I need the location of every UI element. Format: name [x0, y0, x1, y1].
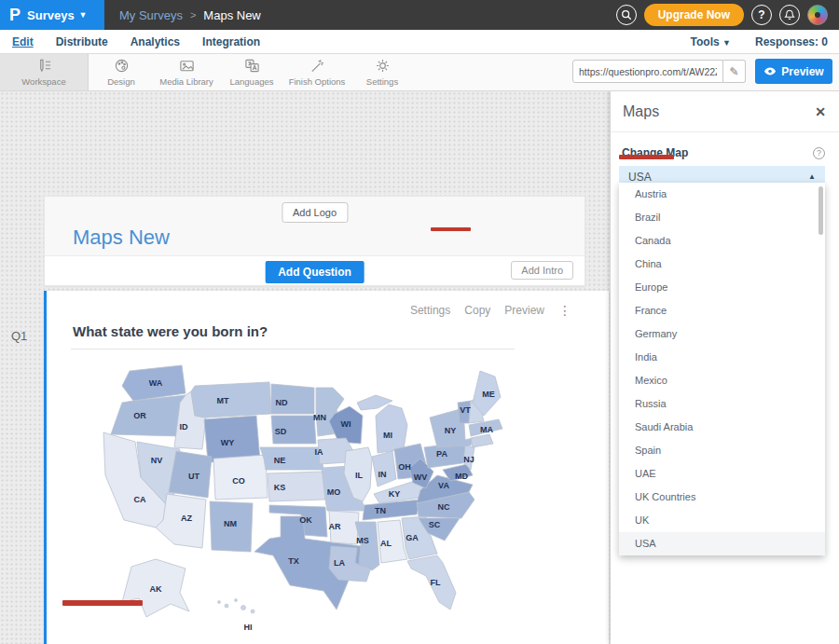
state-label-tn: TN: [375, 506, 386, 515]
question-card: Settings Copy Preview ⋮ What state were …: [44, 291, 609, 644]
add-question-button-top[interactable]: Add Question: [265, 261, 364, 283]
state-label-ny: NY: [445, 426, 457, 435]
maps-settings-panel: Maps ✕ Change Map ? USA ▲ AustriaBrazilC…: [611, 90, 839, 644]
settings-gear-icon: [375, 58, 391, 74]
state-label-md: MD: [455, 472, 468, 481]
map-option[interactable]: UAE: [619, 462, 825, 486]
question-copy-link[interactable]: Copy: [464, 304, 490, 317]
annotation-underline-validation: [62, 600, 143, 606]
question-preview-link[interactable]: Preview: [504, 304, 544, 317]
map-dropdown: AustriaBrazilCanadaChinaEuropeFranceGerm…: [619, 183, 825, 555]
map-option[interactable]: Mexico: [619, 369, 825, 392]
close-icon[interactable]: ✕: [815, 104, 826, 119]
help-circle-icon[interactable]: ?: [813, 147, 825, 159]
notifications-button[interactable]: [779, 5, 800, 25]
add-intro-button[interactable]: Add Intro: [511, 261, 573, 280]
state-hi-island: [241, 606, 246, 610]
responses-count[interactable]: Responses: 0: [755, 35, 828, 48]
map-option[interactable]: Brazil: [619, 206, 825, 229]
map-option[interactable]: UK Countries: [619, 486, 825, 509]
tab-analytics[interactable]: Analytics: [131, 35, 180, 48]
tab-integration[interactable]: Integration: [202, 35, 260, 48]
state-label-fl: FL: [431, 578, 441, 587]
edit-url-button[interactable]: ✎: [723, 60, 746, 83]
map-option[interactable]: Austria: [619, 183, 825, 206]
state-label-ks: KS: [274, 483, 286, 492]
state-in: [372, 451, 396, 486]
state-label-sd: SD: [275, 427, 287, 436]
languages-icon: [244, 58, 260, 74]
state-label-ok: OK: [299, 515, 312, 525]
upgrade-now-button[interactable]: Upgrade Now: [644, 4, 744, 26]
map-option[interactable]: Canada: [619, 229, 825, 253]
state-label-id: ID: [180, 422, 189, 432]
state-label-oh: OH: [398, 462, 411, 472]
divider: [611, 131, 839, 132]
help-button[interactable]: ?: [751, 5, 772, 25]
map-option[interactable]: Germany: [619, 322, 825, 346]
map-option[interactable]: Spain: [619, 439, 825, 462]
avatar[interactable]: [807, 5, 828, 25]
state-label-va: VA: [438, 481, 449, 490]
map-option[interactable]: Saudi Arabia: [619, 416, 825, 439]
tab-edit[interactable]: Edit: [12, 35, 34, 48]
toolbar-design[interactable]: Design: [89, 54, 154, 90]
usa-map-preview: WAORCANVIDMTWYUTCOAZNMNDSDNEKSOKTXMNWIIA…: [96, 362, 516, 641]
map-option[interactable]: UK: [619, 509, 825, 532]
state-label-ut: UT: [188, 472, 199, 481]
state-label-mi: MI: [383, 431, 392, 440]
state-label-wv: WV: [414, 473, 428, 482]
breadcrumb-my-surveys[interactable]: My Surveys: [119, 8, 183, 22]
survey-nav: Edit Distribute Analytics Integration To…: [0, 30, 839, 54]
top-bar: P Surveys ▼ My Surveys > Maps New Upgrad…: [0, 0, 839, 30]
question-title-underline: [71, 349, 515, 349]
map-option[interactable]: Europe: [619, 276, 825, 299]
state-or: [111, 395, 186, 436]
tools-menu[interactable]: Tools ▼: [691, 35, 731, 48]
more-options-icon[interactable]: ⋮: [558, 304, 571, 317]
map-option[interactable]: India: [619, 346, 825, 369]
annotation-underline-change-map: [619, 155, 674, 159]
product-menu[interactable]: P Surveys ▼: [0, 0, 104, 30]
media-library-icon: [179, 58, 195, 74]
state-label-wy: WY: [221, 438, 235, 447]
state-hi-island: [218, 601, 221, 604]
product-name: Surveys: [27, 8, 75, 22]
toolbar-workspace[interactable]: Workspace: [0, 54, 89, 90]
toolbar-settings[interactable]: Settings: [350, 54, 415, 90]
toolbar-languages[interactable]: Languages: [219, 54, 284, 90]
preview-survey-button[interactable]: Preview: [755, 59, 832, 84]
state-label-pa: PA: [436, 449, 447, 459]
toolbar-media-library[interactable]: Media Library: [154, 54, 219, 90]
map-option[interactable]: USA: [619, 532, 825, 555]
survey-title[interactable]: Maps New: [73, 226, 170, 250]
state-label-nv: NV: [151, 456, 163, 465]
map-option[interactable]: China: [619, 253, 825, 276]
state-label-mt: MT: [217, 396, 229, 405]
state-label-ia: IA: [315, 447, 324, 457]
search-button[interactable]: [616, 5, 637, 25]
state-hi-island: [235, 599, 238, 602]
toolbar-finish-options[interactable]: Finish Options: [284, 54, 350, 90]
dropdown-scrollbar[interactable]: [818, 186, 823, 235]
tab-distribute[interactable]: Distribute: [56, 35, 108, 48]
question-mark-icon: ?: [758, 8, 764, 21]
state-label-nc: NC: [438, 502, 450, 512]
annotation-underline-settings: [431, 227, 471, 231]
state-label-la: LA: [334, 558, 345, 568]
questionpro-logo-icon: P: [9, 7, 21, 23]
bell-icon: [784, 9, 795, 21]
state-label-hi: HI: [244, 623, 253, 632]
pencil-icon: ✎: [729, 65, 738, 78]
question-settings-link[interactable]: Settings: [410, 304, 450, 317]
state-label-in: IN: [378, 470, 387, 479]
add-logo-button[interactable]: Add Logo: [282, 202, 348, 223]
question-title[interactable]: What state were you born in?: [73, 323, 268, 339]
state-label-az: AZ: [181, 514, 192, 523]
map-option[interactable]: France: [619, 299, 825, 322]
survey-header-card: Add Logo Maps New Add Question Add Intro: [44, 196, 585, 286]
eye-icon: [763, 67, 777, 75]
state-label-ma: MA: [480, 425, 493, 434]
map-option[interactable]: Russia: [619, 392, 825, 416]
survey-url-input[interactable]: [572, 60, 723, 83]
